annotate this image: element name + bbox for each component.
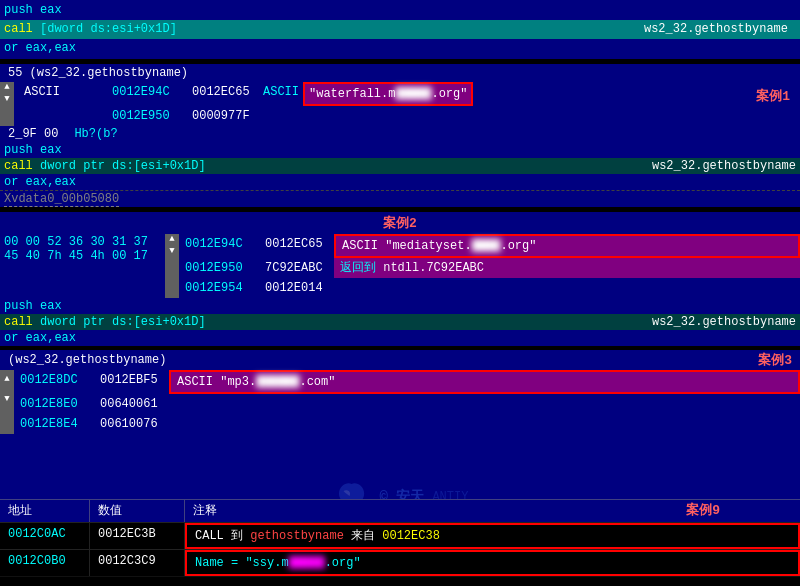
panel1-ascii-row: ASCII 0012E94C 0012EC65 ASCII "waterfall… (14, 82, 800, 106)
hex-left-row1: 00 00 52 36 30 31 37 (4, 235, 161, 249)
p1-ascii-val1: "waterfall.m█████.org" (303, 82, 473, 106)
p2-h2: 7C92EABC (259, 258, 334, 278)
call-kw2: call (4, 159, 33, 173)
tr2-val: 0012C3C9 (90, 550, 185, 576)
tr1-func-name: gethostbyname (250, 529, 344, 543)
call-tgt2: ws2_32.gethostbyname (652, 159, 796, 173)
p2-a1: 0012E94C (179, 234, 259, 258)
panel3-row1: ▲ ▼ 0012E8DC 0012EBF5 ASCII "mp3.██████.… (0, 370, 800, 434)
p1-addr1: 0012E94C (104, 82, 184, 106)
scrollbar-1[interactable]: ▲ ▼ (0, 82, 14, 126)
panel1-row1: ▲ ▼ ASCII 0012E94C 0012EC65 ASCII "water… (0, 82, 800, 126)
panel2-r3: 0012E954 0012E014 (179, 278, 800, 298)
section-3: (ws2_32.gethostbyname) 案例3 ▲ ▼ 0012E8DC … (0, 350, 800, 434)
call-kw3: call (4, 315, 33, 329)
or-instr-1: or eax,eax (4, 40, 76, 57)
tr2-comment: Name = "ssy.m█████.org" (185, 550, 800, 576)
section-1b: 2_9F 00 Hb?(b? push eax call dword ptr d… (0, 126, 800, 207)
case-label-3: 案例3 (758, 351, 792, 369)
tr1-comment: CALL 到 gethostbyname 来自 0012EC38 (185, 523, 800, 549)
or-2: or eax,eax (0, 174, 800, 190)
call-line-3: call dword ptr ds:[esi+0x1D] ws2_32.geth… (0, 314, 800, 330)
scroll-down-3[interactable]: ▼ (4, 390, 9, 408)
table-row-1: 0012C0AC 0012EC3B CALL 到 gethostbyname 来… (0, 522, 800, 549)
p3-h3: 00610076 (94, 414, 169, 434)
table-row-2: 0012C0B0 0012C3C9 Name = "ssy.m█████.org… (0, 549, 800, 576)
s3-header: (ws2_32.gethostbyname) 案例3 (0, 350, 800, 370)
p3-r1: 0012E8DC 0012EBF5 ASCII "mp3.██████.com" (14, 370, 800, 394)
tr1-call-kw: CALL 到 (195, 529, 250, 543)
p3-val3 (169, 414, 800, 434)
p2-a3: 0012E954 (179, 278, 259, 298)
p1-label: ASCII (14, 82, 104, 106)
scroll-down-1[interactable]: ▼ (4, 94, 9, 104)
hex-left-row2: 45 40 7h 45 4h 00 17 (4, 249, 161, 263)
tr2-name-kw: Name = "ssy.m (195, 556, 289, 570)
hex-dump-line1: 2_9F 00 (0, 126, 66, 142)
p3-val2 (169, 394, 800, 414)
panel1-data: ASCII 0012E94C 0012EC65 ASCII "waterfall… (14, 82, 800, 126)
p2-a2: 0012E950 (179, 258, 259, 278)
s3-title: (ws2_32.gethostbyname) (8, 353, 166, 367)
call-line-2: call dword ptr ds:[esi+0x1D] ws2_32.geth… (0, 158, 800, 174)
p3-a1: 0012E8DC (14, 370, 94, 394)
hex-decoded1: Hb?(b? (66, 126, 125, 142)
panel1-hex-row: 0012E950 0000977F (14, 106, 800, 126)
p1-ascii-label1: ASCII (259, 82, 303, 106)
call-instr-1: call [dword ds:esi+0x1D] (4, 21, 177, 38)
p1-hex2: 0000977F (184, 106, 259, 126)
case-label-1: 案例1 (756, 87, 790, 105)
p1-addr2: 0012E950 (104, 106, 184, 126)
tr2-blurred: █████ (289, 556, 325, 570)
call-target-1: ws2_32.gethostbyname (644, 21, 796, 38)
p3-a3: 0012E8E4 (14, 414, 94, 434)
call-keyword: call (4, 22, 33, 36)
p3-r3: 0012E8E4 00610076 (14, 414, 800, 434)
panel1-title: 55 (ws2_32.gethostbyname) (8, 66, 188, 80)
scroll-up-2[interactable]: ▲ (169, 234, 174, 244)
code-line-push: push eax (0, 1, 800, 20)
call-operand-1: [dword ds:esi+0x1D] (40, 22, 177, 36)
code-line-or-1: or eax,eax (0, 39, 800, 58)
p1-spacer (14, 106, 104, 126)
call-op3: dword ptr ds:[esi+0x1D] (40, 315, 206, 329)
panel2-row1: 00 00 52 36 30 31 37 45 40 7h 45 4h 00 1… (0, 234, 800, 298)
scroll-up-1[interactable]: ▲ (4, 82, 9, 92)
p3-a2: 0012E8E0 (14, 394, 94, 414)
panel2-r1: 0012E94C 0012EC65 ASCII "mediatyset.████… (179, 234, 800, 258)
p2-ascii1: ASCII "mediatyset.████.org" (334, 234, 800, 258)
hex-dump-left: 00 00 52 36 30 31 37 45 40 7h 45 4h 00 1… (0, 234, 165, 298)
th-addr: 地址 (0, 500, 90, 522)
p3-ascii1: ASCII "mp3.██████.com" (169, 370, 800, 394)
panel3-data: 0012E8DC 0012EBF5 ASCII "mp3.██████.com"… (14, 370, 800, 434)
tr1-addr: 0012C0AC (0, 523, 90, 549)
call-instr-3: call dword ptr ds:[esi+0x1D] (4, 315, 206, 329)
p1-val2 (259, 106, 275, 126)
section-top-code: push eax call [dword ds:esi+0x1D] ws2_32… (0, 0, 800, 59)
case-label-2: 案例2 (0, 212, 800, 234)
p2-h3: 0012E014 (259, 278, 334, 298)
push-instr: push eax (4, 2, 62, 19)
p3-h2: 00640061 (94, 394, 169, 414)
section1b-row1: 2_9F 00 Hb?(b? (0, 126, 800, 142)
tr2-addr: 0012C0B0 (0, 550, 90, 576)
p3-r2: 0012E8E0 00640061 (14, 394, 800, 414)
bottom-table: 地址 数值 注释 案例9 0012C0AC 0012EC3B CALL 到 ge… (0, 499, 800, 586)
scroll-up-3[interactable]: ▲ (4, 370, 9, 388)
panel2-r2: 0012E950 7C92EABC 返回到 ntdll.7C92EABC (179, 258, 800, 278)
scrollbar-2[interactable]: ▲ ▼ (165, 234, 179, 298)
p1-hex1: 0012EC65 (184, 82, 259, 106)
panel-1: 55 (ws2_32.gethostbyname) ▲ ▼ ASCII 0012… (0, 64, 800, 126)
tr1-from-addr: 0012EC38 (382, 529, 440, 543)
table-row-partial (0, 576, 800, 586)
xvdata-line: Xvdata0_00b05080 (0, 190, 800, 207)
panel1-header: 55 (ws2_32.gethostbyname) (0, 64, 800, 82)
case-label-9: 案例9 (686, 501, 720, 521)
scrollbar-3[interactable]: ▲ ▼ (0, 370, 14, 434)
tr2-name-end: .org" (325, 556, 361, 570)
push-3: push eax (0, 298, 800, 314)
th-val: 数值 (90, 500, 185, 522)
call-op2: dword ptr ds:[esi+0x1D] (40, 159, 206, 173)
scroll-down-2[interactable]: ▼ (169, 246, 174, 256)
panel2-data: 0012E94C 0012EC65 ASCII "mediatyset.████… (179, 234, 800, 298)
